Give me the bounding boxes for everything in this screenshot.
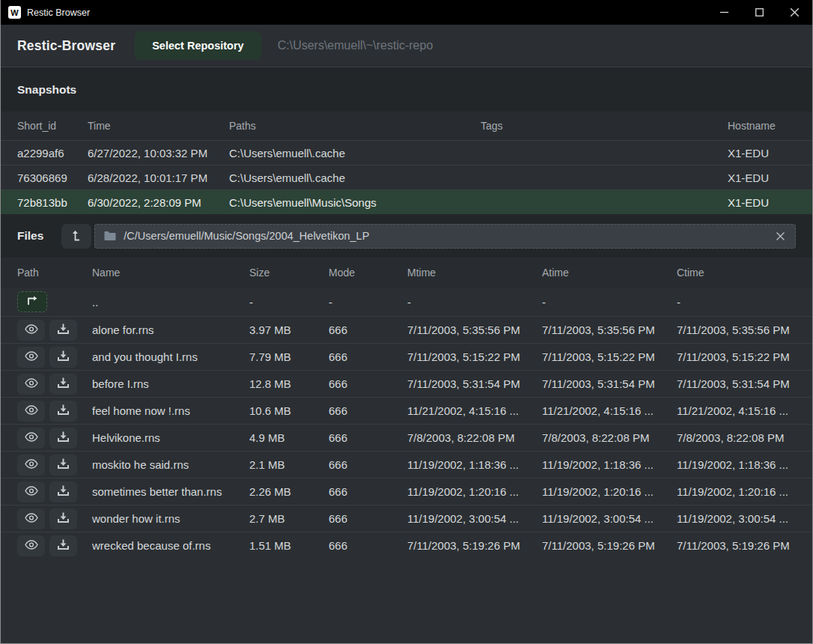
download-file-button[interactable] [49,401,77,422]
current-path-input[interactable]: /C/Users/emuell/Music/Songs/2004_Helveti… [94,224,796,249]
preview-file-button[interactable] [17,374,45,395]
file-mode: 666 [329,539,407,552]
preview-file-button[interactable] [17,508,45,529]
minimize-button[interactable] [707,0,742,25]
file-mode: 666 [329,512,407,525]
file-mtime: 7/8/2003, 8:22:08 PM [407,431,542,444]
col-mode[interactable]: Mode [329,267,407,279]
go-up-level-button[interactable] [61,224,91,249]
file-name: moskito he said.rns [92,458,249,471]
window-title: Restic Browser [27,7,90,18]
download-file-button[interactable] [49,320,77,341]
download-file-button[interactable] [49,455,77,476]
snapshot-row[interactable]: 76306869 6/28/2022, 10:01:17 PM C:\Users… [1,165,812,189]
download-icon [58,512,69,526]
file-row[interactable]: Helvikone.rns 4.9 MB 666 7/8/2003, 8:22:… [1,424,812,451]
app-window: W Restic Browser Restic-Browser Select R… [0,0,813,644]
col-hostname[interactable]: Hostname [728,120,796,132]
file-mode: 666 [329,404,407,417]
clear-path-icon[interactable] [775,231,786,242]
file-mtime: 7/11/2003, 5:19:26 PM [407,539,542,552]
file-mtime: - [407,296,542,309]
file-row[interactable]: feel home now !.rns 10.6 MB 666 11/21/20… [1,397,812,424]
file-row[interactable]: wonder how it.rns 2.7 MB 666 11/19/2002,… [1,505,812,532]
file-size: 1.51 MB [249,539,329,552]
wails-logo-icon: W [8,6,21,19]
select-repository-button[interactable]: Select Repository [135,31,261,60]
preview-file-button[interactable] [17,428,45,449]
file-mtime: 7/11/2003, 5:35:56 PM [407,323,542,336]
files-table-header: Path Name Size Mode Mtime Atime Ctime [1,258,812,288]
snapshot-time: 6/30/2022, 2:28:09 PM [88,196,229,209]
file-size: 3.97 MB [249,323,329,336]
file-row[interactable]: wrecked because of.rns 1.51 MB 666 7/11/… [1,532,812,559]
file-name: wonder how it.rns [92,512,249,525]
file-ctime: 11/19/2002, 1:20:16 ... [677,485,796,498]
preview-file-button[interactable] [17,320,45,341]
file-size: 7.79 MB [249,350,329,363]
col-time[interactable]: Time [88,120,229,132]
file-name: .. [92,296,249,309]
col-atime[interactable]: Atime [542,267,677,279]
navigate-parent-button[interactable] [17,291,47,312]
file-atime: 7/11/2003, 5:19:26 PM [542,539,677,552]
eye-icon [25,540,38,552]
file-ctime: 11/19/2002, 1:18:36 ... [677,458,796,471]
maximize-button[interactable] [742,0,777,25]
file-mtime: 7/11/2003, 5:31:54 PM [407,377,542,390]
file-name: Helvikone.rns [92,431,249,444]
preview-file-button[interactable] [17,347,45,368]
preview-file-button[interactable] [17,401,45,422]
file-ctime: - [677,296,796,309]
snapshot-hostname: X1-EDU [728,147,796,160]
col-short-id[interactable]: Short_id [17,120,88,132]
parent-arrow-icon [25,295,39,309]
download-file-button[interactable] [49,374,77,395]
preview-file-button[interactable] [17,455,45,476]
maximize-icon [755,8,764,16]
snapshot-short-id: 72b813bb [17,196,88,209]
download-file-button[interactable] [49,482,77,502]
files-title: Files [17,229,43,243]
file-ctime: 7/11/2003, 5:35:56 PM [677,323,796,336]
col-size[interactable]: Size [249,267,329,279]
download-icon [58,458,69,472]
file-row[interactable]: before I.rns 12.8 MB 666 7/11/2003, 5:31… [1,370,812,397]
eye-icon [25,459,38,471]
download-file-button[interactable] [49,428,77,449]
app-title: Restic-Browser [17,38,115,54]
file-size: 2.26 MB [249,485,329,498]
download-file-button[interactable] [49,508,77,529]
file-row[interactable]: sometimes better than.rns 2.26 MB 666 11… [1,478,812,505]
download-file-button[interactable] [49,347,77,368]
col-mtime[interactable]: Mtime [407,267,542,279]
snapshot-row[interactable]: a2299af6 6/27/2022, 10:03:32 PM C:\Users… [1,140,812,165]
file-size: 2.7 MB [249,512,329,525]
download-icon [58,404,69,418]
preview-file-button[interactable] [17,482,45,502]
file-row[interactable]: alone for.rns 3.97 MB 666 7/11/2003, 5:3… [1,316,812,343]
col-paths[interactable]: Paths [229,120,481,132]
col-tags[interactable]: Tags [481,120,728,132]
eye-icon [25,432,38,444]
file-ctime: 7/11/2003, 5:31:54 PM [677,377,796,390]
file-mtime: 11/21/2002, 4:15:16 ... [407,404,542,417]
minimize-icon [720,8,728,16]
snapshot-paths: C:\Users\emuell\.cache [229,171,481,184]
download-icon [58,323,69,337]
preview-file-button[interactable] [17,535,45,556]
col-name[interactable]: Name [92,267,249,279]
file-row[interactable]: and you thought I.rns 7.79 MB 666 7/11/2… [1,343,812,370]
close-icon [791,8,799,16]
col-path[interactable]: Path [17,267,92,279]
empty-area [1,559,812,643]
parent-directory-row[interactable]: .. - - - - - [1,288,812,316]
close-button[interactable] [777,0,812,25]
file-row[interactable]: moskito he said.rns 2.1 MB 666 11/19/200… [1,451,812,478]
repository-path-text: C:\Users\emuell\~\restic-repo [278,39,433,52]
snapshot-row-selected[interactable]: 72b813bb 6/30/2022, 2:28:09 PM C:\Users\… [1,189,812,214]
title-bar: W Restic Browser [1,0,812,25]
col-ctime[interactable]: Ctime [677,267,796,279]
snapshot-time: 6/27/2022, 10:03:32 PM [88,147,229,160]
download-file-button[interactable] [49,535,77,556]
